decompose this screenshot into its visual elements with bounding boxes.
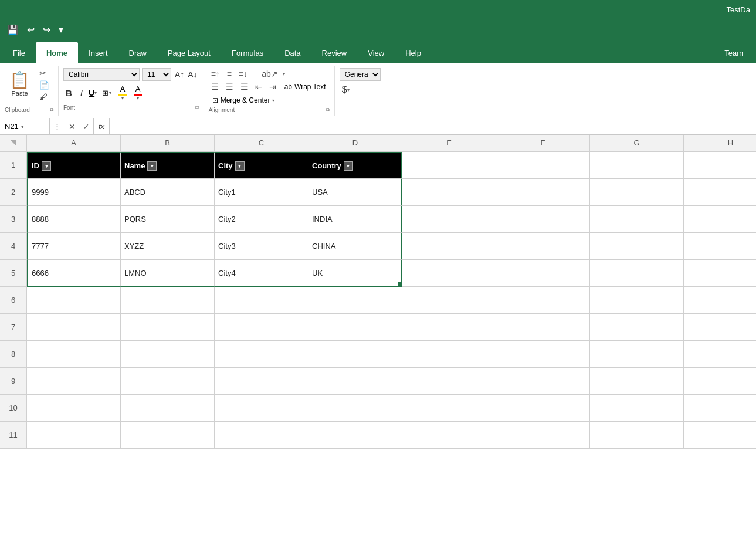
italic-button[interactable]: I [78,87,85,99]
cell-b4[interactable]: XYZZ [121,233,215,260]
row-header-6[interactable]: 6 [0,287,27,314]
align-left-button[interactable]: ☰ [209,81,221,93]
tab-help[interactable]: Help [395,42,432,63]
insert-function-button[interactable]: fx [94,118,110,134]
cell-b6[interactable] [121,287,215,314]
cell-a11[interactable] [27,422,121,449]
orientation-button[interactable]: ab↗ [259,68,280,80]
filter-dropdown-city[interactable]: ▾ [235,161,245,171]
cell-h11[interactable] [684,422,756,449]
cell-a1[interactable]: ID ▾ [27,152,121,179]
number-format-select[interactable]: General [340,68,381,81]
cell-e5[interactable] [402,260,496,287]
cell-a9[interactable] [27,368,121,395]
top-align-button[interactable]: ≡↑ [209,68,222,80]
font-family-select[interactable]: Calibri [63,68,140,81]
cell-g4[interactable] [590,233,684,260]
cell-h8[interactable] [684,341,756,368]
column-header-a[interactable]: A [27,135,121,151]
cell-d8[interactable] [308,341,402,368]
cell-f9[interactable] [496,368,590,395]
cell-c11[interactable] [215,422,308,449]
copy-button[interactable]: 📄 [38,80,51,90]
fill-color-button[interactable]: A ▾ [117,83,128,102]
cancel-formula-button[interactable]: ✕ [65,118,79,134]
cell-d3[interactable]: INDIA [308,206,402,233]
cell-h7[interactable] [684,314,756,341]
cell-h9[interactable] [684,368,756,395]
cell-e10[interactable] [402,395,496,422]
tab-data[interactable]: Data [274,42,311,63]
cell-a6[interactable] [27,287,121,314]
cell-f3[interactable] [496,206,590,233]
cell-b1[interactable]: Name ▾ [121,152,215,179]
cell-e2[interactable] [402,179,496,206]
cell-g9[interactable] [590,368,684,395]
underline-button[interactable]: U ▾ [89,88,97,97]
column-header-e[interactable]: E [402,135,496,151]
undo-button[interactable]: ↩ [25,23,37,36]
cell-h6[interactable] [684,287,756,314]
cell-b5[interactable]: LMNO [121,260,215,287]
column-header-d[interactable]: D [308,135,402,151]
cell-g10[interactable] [590,395,684,422]
tab-team[interactable]: Team [714,42,754,63]
confirm-formula-button[interactable]: ✓ [79,118,94,134]
cell-h3[interactable] [684,206,756,233]
cell-g6[interactable] [590,287,684,314]
border-button[interactable]: ⊞ ▾ [100,87,113,99]
cell-d10[interactable] [308,395,402,422]
cell-g8[interactable] [590,341,684,368]
increase-font-size-button[interactable]: A↑ [174,69,185,80]
cell-a4[interactable]: 7777 [27,233,121,260]
accounting-format-button[interactable]: $ ▾ [340,83,352,96]
bold-button[interactable]: B [63,87,74,99]
tab-formulas[interactable]: Formulas [221,42,274,63]
cell-c4[interactable]: City3 [215,233,308,260]
paste-button[interactable]: 📋 Paste [5,68,35,106]
cell-f10[interactable] [496,395,590,422]
cell-a8[interactable] [27,341,121,368]
cell-h1[interactable] [684,152,756,179]
select-all-button[interactable] [0,135,27,151]
tab-draw[interactable]: Draw [118,42,157,63]
row-header-3[interactable]: 3 [0,206,27,233]
row-header-8[interactable]: 8 [0,341,27,368]
row-header-1[interactable]: 1 [0,152,27,179]
cell-g7[interactable] [590,314,684,341]
cell-d7[interactable] [308,314,402,341]
name-box[interactable]: N21 ▾ [0,118,50,134]
cell-e7[interactable] [402,314,496,341]
font-expand-button[interactable]: ⧉ [195,104,199,111]
cell-e11[interactable] [402,422,496,449]
row-header-7[interactable]: 7 [0,314,27,341]
alignment-expand-button[interactable]: ⧉ [326,107,330,113]
cell-a10[interactable] [27,395,121,422]
format-painter-button[interactable]: 🖌 [38,92,51,102]
cell-e6[interactable] [402,287,496,314]
cell-e3[interactable] [402,206,496,233]
cell-c6[interactable] [215,287,308,314]
cell-c1[interactable]: City ▾ [215,152,308,179]
cell-f6[interactable] [496,287,590,314]
cell-h2[interactable] [684,179,756,206]
cell-b7[interactable] [121,314,215,341]
cell-c3[interactable]: City2 [215,206,308,233]
clipboard-expand-button[interactable]: ⧉ [50,107,53,113]
filter-dropdown-country[interactable]: ▾ [344,161,353,171]
align-right-button[interactable]: ☰ [238,81,250,93]
column-header-g[interactable]: G [590,135,684,151]
cell-f4[interactable] [496,233,590,260]
row-header-5[interactable]: 5 [0,260,27,287]
decrease-font-size-button[interactable]: A↓ [187,69,198,80]
merge-center-button[interactable]: ⊡ Merge & Center ▾ [209,95,279,106]
cell-f7[interactable] [496,314,590,341]
cell-a3[interactable]: 8888 [27,206,121,233]
cell-d1[interactable]: Country ▾ [308,152,402,179]
tab-view[interactable]: View [357,42,395,63]
cell-e1[interactable] [402,152,496,179]
cell-c2[interactable]: City1 [215,179,308,206]
increase-indent-button[interactable]: ⇥ [267,81,279,93]
name-box-dropdown[interactable]: ▾ [21,124,24,130]
cell-a7[interactable] [27,314,121,341]
